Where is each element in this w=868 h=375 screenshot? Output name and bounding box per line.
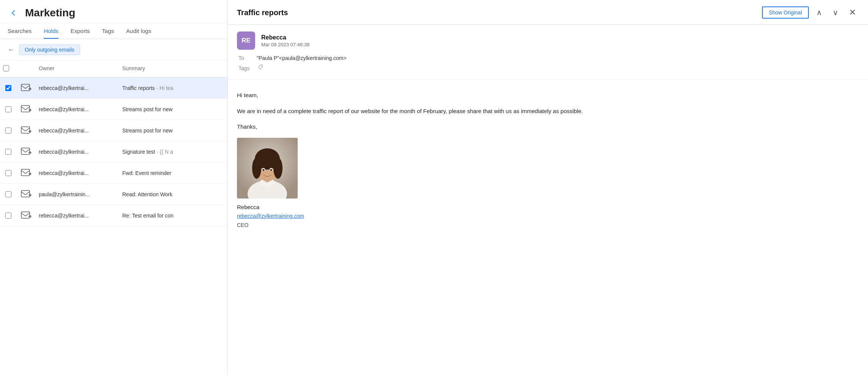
row-checkbox[interactable] [5, 106, 11, 112]
row-checkbox[interactable] [5, 149, 11, 155]
tab-tags[interactable]: Tags [102, 23, 114, 39]
owner-header: Owner [36, 64, 119, 74]
left-panel: Marketing Searches Holds Exports Tags Au… [0, 0, 228, 375]
body-greeting: Hi team, [237, 90, 859, 100]
email-meta: RE Rebecca Mar 09 2023 07:46:38 To "Paul… [228, 25, 868, 76]
email-body: Hi team, We are in need of a complete tr… [228, 83, 868, 375]
outgoing-email-icon [21, 211, 32, 220]
filter-row: ← Only outgoing emails [0, 39, 227, 61]
email-icon-cell [17, 126, 36, 135]
email-owner: rebecca@zylkertrai... [36, 211, 119, 220]
email-icon-cell [17, 148, 36, 156]
tab-holds[interactable]: Holds [44, 23, 58, 39]
table-row[interactable]: rebecca@zylkertrai... Fwd: Event reminde… [0, 162, 227, 184]
svg-point-20 [270, 169, 272, 171]
tab-audit-logs[interactable]: Audit logs [126, 23, 151, 39]
prev-email-button[interactable]: ∧ [813, 6, 825, 19]
row-checkbox-cell[interactable] [0, 106, 17, 112]
page-title: Marketing [25, 7, 75, 19]
email-summary: Signature test - {{ N a [119, 147, 227, 156]
row-checkbox-cell[interactable] [0, 128, 17, 134]
tab-exports[interactable]: Exports [71, 23, 90, 39]
outgoing-email-icon [21, 169, 32, 177]
sender-row: RE Rebecca Mar 09 2023 07:46:38 [237, 32, 859, 50]
summary-header: Summary [119, 64, 227, 74]
signature-photo [237, 138, 298, 199]
table-row[interactable]: rebecca@zylkertrai... Re: Test email for… [0, 205, 227, 226]
tab-searches[interactable]: Searches [8, 23, 32, 39]
sender-name: Rebecca [261, 34, 309, 41]
row-checkbox[interactable] [5, 128, 11, 134]
summary-preview: - {{ N a [156, 149, 173, 155]
summary-preview: - Hi tea [156, 85, 173, 91]
row-checkbox-cell[interactable] [0, 170, 17, 176]
row-checkbox-cell[interactable] [0, 85, 17, 91]
email-owner: rebecca@zylkertrai... [36, 147, 119, 156]
email-summary: Re: Test email for con [119, 211, 227, 220]
filter-back-button[interactable]: ← [8, 46, 14, 54]
row-checkbox[interactable] [5, 85, 11, 91]
table-row[interactable]: rebecca@zylkertrai... Signature test - {… [0, 141, 227, 162]
email-summary: Traffic reports - Hi tea [119, 84, 227, 93]
divider [228, 79, 868, 80]
svg-rect-3 [21, 148, 30, 154]
avatar: RE [237, 32, 255, 50]
svg-point-7 [261, 66, 262, 66]
email-summary: Read: Attention Work [119, 190, 227, 199]
body-paragraph: We are in need of a complete traffic rep… [237, 106, 859, 116]
outgoing-email-icon [21, 190, 32, 199]
email-summary: Streams post for new [119, 126, 227, 135]
signature-name: Rebecca [237, 202, 859, 212]
table-row[interactable]: rebecca@zylkertrai... Streams post for n… [0, 99, 227, 120]
email-owner: rebecca@zylkertrai... [36, 169, 119, 178]
body-thanks: Thanks, [237, 122, 859, 132]
row-checkbox[interactable] [5, 170, 11, 176]
svg-point-19 [263, 169, 265, 171]
svg-point-16 [256, 148, 279, 165]
signature-email-link[interactable]: rebecca@zylkertraining.com [237, 212, 859, 221]
next-email-button[interactable]: ∨ [830, 6, 841, 19]
show-original-button[interactable]: Show Original [762, 6, 809, 19]
svg-rect-5 [21, 191, 30, 197]
email-summary: Fwd: Event reminder [119, 169, 227, 178]
outgoing-email-icon [21, 105, 32, 113]
close-button[interactable]: ✕ [846, 6, 859, 19]
svg-rect-6 [21, 212, 30, 218]
row-checkbox-cell[interactable] [0, 213, 17, 219]
tags-label: Tags [238, 65, 254, 71]
left-header: Marketing [0, 0, 227, 23]
svg-rect-0 [21, 84, 30, 91]
email-detail-header: Traffic reports Show Original ∧ ∨ ✕ [228, 0, 868, 25]
select-all-checkbox[interactable] [3, 65, 9, 71]
icon-header-col [17, 64, 36, 74]
summary-text: Read: Attention Work [122, 191, 172, 197]
email-subject-title: Traffic reports [237, 8, 288, 17]
email-list: rebecca@zylkertrai... Traffic reports - … [0, 77, 227, 226]
email-owner: rebecca@zylkertrai... [36, 84, 119, 93]
summary-text: Fwd: Event reminder [122, 170, 171, 176]
tags-row: Tags [237, 64, 859, 72]
row-checkbox-cell[interactable] [0, 149, 17, 155]
tag-icon [257, 64, 264, 72]
table-row[interactable]: rebecca@zylkertrai... Traffic reports - … [0, 77, 227, 99]
tabs-bar: Searches Holds Exports Tags Audit logs [0, 23, 227, 39]
email-icon-cell [17, 190, 36, 199]
row-checkbox-cell[interactable] [0, 191, 17, 197]
signature-role: CEO [237, 221, 859, 230]
svg-rect-1 [21, 106, 30, 112]
row-checkbox[interactable] [5, 213, 11, 219]
summary-text: Signature test [122, 149, 155, 155]
table-row[interactable]: rebecca@zylkertrai... Streams post for n… [0, 120, 227, 141]
svg-rect-4 [21, 169, 30, 176]
outgoing-email-icon [21, 126, 32, 135]
back-button[interactable] [8, 7, 19, 19]
filter-badge[interactable]: Only outgoing emails [19, 44, 80, 55]
table-row[interactable]: paula@zylkertrainin... Read: Attention W… [0, 184, 227, 205]
row-checkbox[interactable] [5, 191, 11, 197]
email-owner: paula@zylkertrainin... [36, 190, 119, 199]
person-photo-svg [237, 138, 298, 199]
header-actions: Show Original ∧ ∨ ✕ [762, 6, 859, 19]
to-label: To [238, 55, 254, 61]
svg-rect-2 [21, 127, 30, 133]
email-summary: Streams post for new [119, 105, 227, 114]
